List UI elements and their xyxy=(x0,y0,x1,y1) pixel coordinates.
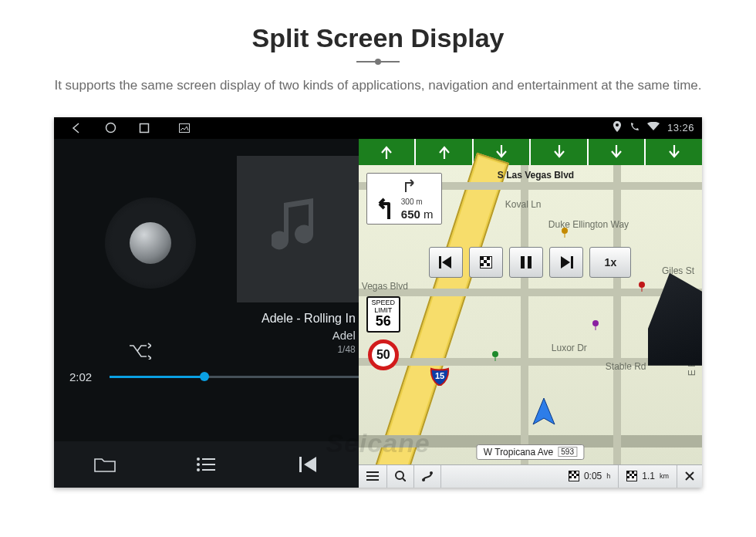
speed-limit-label: SPEED LIMIT xyxy=(368,299,399,315)
street-label: Vegas Blvd xyxy=(362,281,408,292)
street-label: Giles St xyxy=(662,265,694,276)
progress-filled xyxy=(110,376,204,378)
svg-rect-42 xyxy=(632,476,634,478)
svg-rect-18 xyxy=(484,260,487,263)
poi-pin-icon[interactable] xyxy=(490,350,501,361)
svg-rect-17 xyxy=(487,257,490,260)
poi-pin-icon[interactable] xyxy=(636,281,647,292)
page-title: Split Screen Display xyxy=(0,23,756,53)
turn-distance: 650 xyxy=(401,208,420,221)
lane-arrow xyxy=(529,139,587,165)
eta-value: 0:05 xyxy=(584,471,602,481)
next-turn-hint: 300 m xyxy=(401,198,423,206)
svg-point-4 xyxy=(197,458,200,461)
svg-rect-1 xyxy=(140,123,149,132)
lane-guidance-bar xyxy=(359,139,702,165)
map-next-button[interactable] xyxy=(549,247,583,278)
turn-distance-unit: m xyxy=(424,208,434,221)
dist-value: 1.1 xyxy=(642,471,655,481)
svg-point-5 xyxy=(197,463,200,466)
progress-row: 2:02 xyxy=(69,370,359,383)
svg-rect-20 xyxy=(487,263,490,266)
svg-text:15: 15 xyxy=(435,371,444,380)
current-street-pill: W Tropicana Ave593 xyxy=(477,444,584,460)
playlist-icon[interactable] xyxy=(191,449,221,480)
svg-point-11 xyxy=(492,351,498,357)
back-icon[interactable] xyxy=(69,121,83,135)
recents-icon[interactable] xyxy=(137,121,151,135)
svg-rect-34 xyxy=(574,476,576,478)
speed-limit-value: 56 xyxy=(368,314,399,329)
current-speed-badge: 50 xyxy=(368,339,399,370)
svg-point-12 xyxy=(639,282,645,288)
track-index: 1/48 xyxy=(337,344,355,355)
shuffle-icon[interactable] xyxy=(128,343,151,363)
poi-pin-icon[interactable] xyxy=(559,227,570,238)
music-pane: Adele - Rolling In Adel 1/48 2:02 xyxy=(54,139,359,488)
map-prev-button[interactable] xyxy=(429,247,463,278)
svg-rect-22 xyxy=(528,256,532,268)
current-street-number: 593 xyxy=(558,447,577,457)
previous-icon[interactable] xyxy=(292,449,323,480)
street-label: S Las Vegas Blvd xyxy=(498,170,574,181)
poi-pin-icon[interactable] xyxy=(590,319,601,330)
footer-close-button[interactable] xyxy=(677,465,702,488)
interstate-shield-icon: 15 xyxy=(430,366,450,386)
map-pause-button[interactable] xyxy=(509,247,543,278)
svg-rect-16 xyxy=(481,257,484,260)
svg-point-26 xyxy=(430,471,433,475)
footer-route-button[interactable] xyxy=(414,465,441,488)
folder-icon[interactable] xyxy=(89,449,120,480)
footer-eta: 0:05h xyxy=(561,465,619,488)
home-icon[interactable] xyxy=(103,121,117,135)
svg-rect-19 xyxy=(481,263,484,266)
svg-rect-38 xyxy=(632,471,634,474)
speed-limit-sign: SPEED LIMIT 56 xyxy=(366,296,400,333)
svg-rect-41 xyxy=(627,476,629,478)
svg-point-10 xyxy=(592,320,599,326)
svg-rect-21 xyxy=(521,256,525,268)
track-title: Adele - Rolling In xyxy=(262,312,356,326)
street-label: Koval Ln xyxy=(505,199,542,210)
joystick-control[interactable] xyxy=(116,208,185,278)
road xyxy=(521,165,528,464)
progress-bar[interactable] xyxy=(110,376,359,378)
track-artist: Adel xyxy=(332,329,356,342)
svg-rect-37 xyxy=(627,471,629,474)
vehicle-marker-icon xyxy=(528,397,559,431)
phone-icon xyxy=(629,122,640,134)
svg-rect-7 xyxy=(299,457,302,472)
dist-unit: km xyxy=(660,472,669,480)
android-statusbar: 13:26 xyxy=(54,117,702,139)
building-icon xyxy=(648,273,702,366)
flag-icon xyxy=(626,471,637,481)
lane-arrow xyxy=(587,139,645,165)
svg-point-0 xyxy=(106,123,115,133)
map-flag-button[interactable] xyxy=(469,247,503,278)
turn-instruction-card: 300 m 650 m xyxy=(366,173,442,225)
svg-rect-23 xyxy=(571,256,573,268)
svg-rect-13 xyxy=(439,256,441,268)
map-speed-button[interactable]: 1x xyxy=(589,247,631,278)
device-frame: 13:26 Adele - Rolling In Adel 1/48 2:02 xyxy=(54,117,702,488)
svg-rect-31 xyxy=(572,474,574,476)
picture-icon[interactable] xyxy=(177,121,191,135)
lane-arrow xyxy=(359,139,415,165)
svg-point-25 xyxy=(422,478,425,481)
road xyxy=(359,289,702,296)
street-label: Stable Rd xyxy=(606,361,646,372)
svg-rect-30 xyxy=(574,471,576,474)
svg-point-9 xyxy=(562,228,568,234)
svg-rect-32 xyxy=(576,474,579,476)
svg-rect-29 xyxy=(569,471,572,474)
progress-knob[interactable] xyxy=(200,372,209,381)
location-icon xyxy=(613,121,622,134)
flag-icon xyxy=(569,471,579,481)
svg-point-6 xyxy=(197,468,200,471)
svg-rect-2 xyxy=(180,123,190,132)
footer-menu-button[interactable] xyxy=(359,465,387,488)
wifi-icon xyxy=(647,122,660,133)
nav-footer: 0:05h 1.1km xyxy=(359,464,702,488)
footer-search-button[interactable] xyxy=(387,465,414,488)
lane-arrow xyxy=(644,139,702,165)
